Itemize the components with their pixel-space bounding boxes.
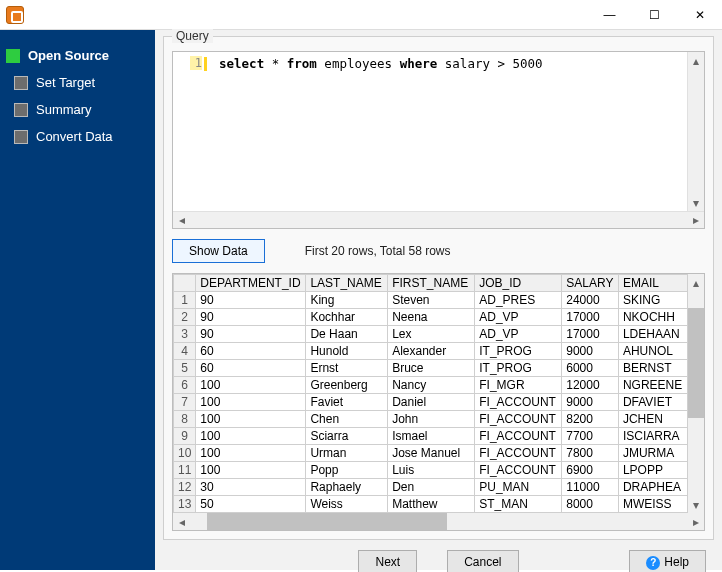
table-row[interactable]: 190KingStevenAD_PRES24000SKING	[174, 292, 688, 309]
cell[interactable]: Ernst	[306, 360, 388, 377]
cell[interactable]: Kochhar	[306, 309, 388, 326]
cell[interactable]: FI_ACCOUNT	[475, 394, 562, 411]
column-header[interactable]: LAST_NAME	[306, 275, 388, 292]
cell[interactable]: Raphaely	[306, 479, 388, 496]
cell[interactable]: 24000	[562, 292, 619, 309]
cell[interactable]: FI_ACCOUNT	[475, 462, 562, 479]
scrollbar-thumb[interactable]	[688, 308, 704, 418]
cell[interactable]: 11000	[562, 479, 619, 496]
table-row[interactable]: 9100SciarraIsmaelFI_ACCOUNT7700ISCIARRA	[174, 428, 688, 445]
cell[interactable]: LDEHAAN	[618, 326, 687, 343]
cell[interactable]: IT_PROG	[475, 343, 562, 360]
scroll-up-icon[interactable]: ▴	[688, 274, 704, 291]
cell[interactable]: Luis	[388, 462, 475, 479]
cell[interactable]: 100	[196, 462, 306, 479]
scroll-right-icon[interactable]: ▸	[687, 513, 704, 530]
cell[interactable]: Hunold	[306, 343, 388, 360]
table-row[interactable]: 1230RaphaelyDenPU_MAN11000DRAPHEA	[174, 479, 688, 496]
table-horizontal-scrollbar[interactable]: ◂ ▸	[173, 513, 704, 530]
column-header[interactable]: SALARY	[562, 275, 619, 292]
cell[interactable]: AD_VP	[475, 309, 562, 326]
table-row[interactable]: 290KochharNeenaAD_VP17000NKOCHH	[174, 309, 688, 326]
column-header[interactable]: JOB_ID	[475, 275, 562, 292]
column-header[interactable]: FIRST_NAME	[388, 275, 475, 292]
cell[interactable]: 9000	[562, 343, 619, 360]
table-row[interactable]: 390De HaanLexAD_VP17000LDEHAAN	[174, 326, 688, 343]
scrollbar-thumb[interactable]	[207, 513, 447, 530]
cell[interactable]: 6000	[562, 360, 619, 377]
table-row[interactable]: 10100UrmanJose ManuelFI_ACCOUNT7800JMURM…	[174, 445, 688, 462]
cell[interactable]: 90	[196, 292, 306, 309]
editor-horizontal-scrollbar[interactable]: ◂ ▸	[173, 211, 704, 228]
cell[interactable]: Popp	[306, 462, 388, 479]
cell[interactable]: 17000	[562, 309, 619, 326]
cell[interactable]: Jose Manuel	[388, 445, 475, 462]
table-row[interactable]: 560ErnstBruceIT_PROG6000BERNST	[174, 360, 688, 377]
cell[interactable]: 30	[196, 479, 306, 496]
column-header[interactable]: EMAIL	[618, 275, 687, 292]
cell[interactable]: 7700	[562, 428, 619, 445]
cell[interactable]: 8200	[562, 411, 619, 428]
table-row[interactable]: 7100FavietDanielFI_ACCOUNT9000DFAVIET	[174, 394, 688, 411]
close-button[interactable]: ✕	[677, 0, 722, 29]
cell[interactable]: SKING	[618, 292, 687, 309]
sidebar-item-summary[interactable]: Summary	[4, 96, 147, 123]
scroll-up-icon[interactable]: ▴	[688, 52, 705, 69]
cell[interactable]: JCHEN	[618, 411, 687, 428]
cell[interactable]: ISCIARRA	[618, 428, 687, 445]
cell[interactable]: 60	[196, 360, 306, 377]
cell[interactable]: 90	[196, 326, 306, 343]
cancel-button[interactable]: Cancel	[447, 550, 518, 572]
cell[interactable]: Nancy	[388, 377, 475, 394]
cell[interactable]: 17000	[562, 326, 619, 343]
cell[interactable]: Greenberg	[306, 377, 388, 394]
table-row[interactable]: 1350WeissMatthewST_MAN8000MWEISS	[174, 496, 688, 513]
cell[interactable]: Den	[388, 479, 475, 496]
cell[interactable]: Urman	[306, 445, 388, 462]
cell[interactable]: De Haan	[306, 326, 388, 343]
cell[interactable]: Weiss	[306, 496, 388, 513]
cell[interactable]: Daniel	[388, 394, 475, 411]
help-button[interactable]: ?Help	[629, 550, 706, 572]
table-row[interactable]: 460HunoldAlexanderIT_PROG9000AHUNOL	[174, 343, 688, 360]
cell[interactable]: Matthew	[388, 496, 475, 513]
cell[interactable]: AD_PRES	[475, 292, 562, 309]
cell[interactable]: AHUNOL	[618, 343, 687, 360]
scroll-left-icon[interactable]: ◂	[173, 212, 190, 229]
table-row[interactable]: 11100PoppLuisFI_ACCOUNT6900LPOPP	[174, 462, 688, 479]
cell[interactable]: 100	[196, 428, 306, 445]
show-data-button[interactable]: Show Data	[172, 239, 265, 263]
cell[interactable]: 60	[196, 343, 306, 360]
cell[interactable]: King	[306, 292, 388, 309]
table-vertical-scrollbar[interactable]: ▴ ▾	[688, 274, 704, 513]
cell[interactable]: MWEISS	[618, 496, 687, 513]
cell[interactable]: NKOCHH	[618, 309, 687, 326]
cell[interactable]: Alexander	[388, 343, 475, 360]
cell[interactable]: LPOPP	[618, 462, 687, 479]
cell[interactable]: AD_VP	[475, 326, 562, 343]
cell[interactable]: JMURMA	[618, 445, 687, 462]
editor-vertical-scrollbar[interactable]: ▴ ▾	[687, 52, 704, 211]
cell[interactable]: DFAVIET	[618, 394, 687, 411]
table-row[interactable]: 8100ChenJohnFI_ACCOUNT8200JCHEN	[174, 411, 688, 428]
scroll-left-icon[interactable]: ◂	[173, 513, 190, 530]
cell[interactable]: 100	[196, 377, 306, 394]
next-button[interactable]: Next	[358, 550, 417, 572]
cell[interactable]: Ismael	[388, 428, 475, 445]
cell[interactable]: 9000	[562, 394, 619, 411]
cell[interactable]: 6900	[562, 462, 619, 479]
cell[interactable]: Neena	[388, 309, 475, 326]
cell[interactable]: 100	[196, 411, 306, 428]
sidebar-item-convert-data[interactable]: Convert Data	[4, 123, 147, 150]
cell[interactable]: FI_ACCOUNT	[475, 445, 562, 462]
cell[interactable]: John	[388, 411, 475, 428]
cell[interactable]: IT_PROG	[475, 360, 562, 377]
cell[interactable]: 100	[196, 394, 306, 411]
cell[interactable]: Sciarra	[306, 428, 388, 445]
sql-editor[interactable]: 1 select * from employees where salary >…	[172, 51, 705, 229]
sidebar-item-open-source[interactable]: Open Source	[4, 42, 147, 69]
sql-text[interactable]: select * from employees where salary > 5…	[213, 52, 687, 211]
cell[interactable]: 50	[196, 496, 306, 513]
table-row[interactable]: 6100GreenbergNancyFI_MGR12000NGREENE	[174, 377, 688, 394]
scroll-right-icon[interactable]: ▸	[687, 212, 704, 229]
